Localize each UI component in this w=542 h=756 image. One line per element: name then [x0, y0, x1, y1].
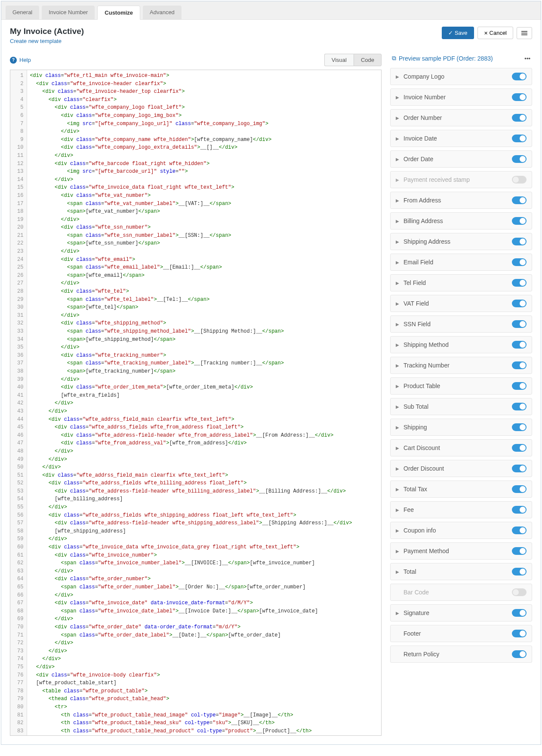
- toggle-switch[interactable]: [512, 403, 527, 410]
- toggle-switch[interactable]: [512, 526, 527, 534]
- visual-tab[interactable]: Visual: [324, 54, 354, 66]
- chevron-right-icon: ▶: [396, 178, 399, 182]
- panel-from-address[interactable]: ▶From Address: [390, 192, 532, 209]
- panel-order-discount[interactable]: ▶Order Discount: [390, 460, 532, 477]
- toggle-switch[interactable]: [512, 465, 527, 472]
- panel-label: Return Policy: [403, 651, 508, 658]
- chevron-right-icon: ▶: [396, 611, 399, 615]
- check-icon: [448, 30, 453, 36]
- panel-shipping-address[interactable]: ▶Shipping Address: [390, 233, 532, 250]
- toggle-switch[interactable]: [512, 196, 527, 204]
- toggle-switch[interactable]: [512, 444, 527, 452]
- chevron-right-icon: ▶: [396, 384, 399, 389]
- toggle-switch[interactable]: [512, 176, 527, 184]
- hamburger-icon: [521, 30, 527, 36]
- preview-pdf-link[interactable]: ⧉ Preview sample PDF (Order: 2883): [392, 55, 493, 62]
- toggle-switch[interactable]: [512, 547, 527, 555]
- panel-billing-address[interactable]: ▶Billing Address: [390, 212, 532, 230]
- chevron-right-icon: ▶: [396, 219, 399, 223]
- code-tab[interactable]: Code: [354, 54, 382, 66]
- tab-invoice-number[interactable]: Invoice Number: [42, 6, 95, 19]
- menu-button[interactable]: [517, 27, 532, 39]
- panel-shipping[interactable]: ▶Shipping: [390, 419, 532, 436]
- header: My Invoice (Active) Create new template …: [1, 20, 541, 52]
- panel-label: VAT Field: [403, 300, 508, 307]
- panel-company-logo[interactable]: ▶Company Logo: [390, 68, 532, 85]
- panel-shipping-method[interactable]: ▶Shipping Method: [390, 336, 532, 353]
- cancel-button[interactable]: Cancel: [477, 27, 513, 39]
- toggle-switch[interactable]: [512, 238, 527, 245]
- panel-label: Total Tax: [403, 486, 508, 493]
- toggle-switch[interactable]: [512, 135, 527, 142]
- toggle-switch[interactable]: [512, 382, 527, 390]
- panel-fee[interactable]: ▶Fee: [390, 501, 532, 518]
- toggle-switch[interactable]: [512, 217, 527, 225]
- panel-order-number[interactable]: ▶Order Number: [390, 109, 532, 126]
- chevron-right-icon: ▶: [396, 74, 399, 79]
- chevron-right-icon: ▶: [396, 281, 399, 285]
- tab-customize[interactable]: Customize: [97, 6, 140, 20]
- panel-invoice-date[interactable]: ▶Invoice Date: [390, 130, 532, 147]
- panel-sub-total[interactable]: ▶Sub Total: [390, 398, 532, 415]
- chevron-right-icon: ▶: [396, 95, 399, 100]
- panel-total-tax[interactable]: ▶Total Tax: [390, 481, 532, 498]
- panel-coupon-info[interactable]: ▶Coupon info: [390, 522, 532, 539]
- panel-return-policy[interactable]: ▶Return Policy: [390, 646, 532, 663]
- panel-tel-field[interactable]: ▶Tel Field: [390, 274, 532, 291]
- chevron-right-icon: ▶: [396, 343, 399, 347]
- panel-product-table[interactable]: ▶Product Table: [390, 377, 532, 395]
- toggle-switch[interactable]: [512, 341, 527, 349]
- panel-ssn-field[interactable]: ▶SSN Field: [390, 315, 532, 333]
- chevron-right-icon: ▶: [396, 301, 399, 306]
- panel-order-date[interactable]: ▶Order Date: [390, 150, 532, 168]
- panel-label: Tel Field: [403, 279, 508, 286]
- panel-label: Total: [403, 568, 508, 575]
- panel-cart-discount[interactable]: ▶Cart Discount: [390, 439, 532, 456]
- panel-label: Shipping Method: [403, 341, 508, 348]
- toggle-switch[interactable]: [512, 361, 527, 369]
- toggle-switch[interactable]: [512, 114, 527, 122]
- panel-payment-method[interactable]: ▶Payment Method: [390, 542, 532, 560]
- toggle-switch[interactable]: [512, 155, 527, 163]
- toggle-switch[interactable]: [512, 258, 527, 266]
- panel-email-field[interactable]: ▶Email Field: [390, 254, 532, 271]
- chevron-right-icon: ▶: [396, 549, 399, 554]
- code-editor[interactable]: 1234567891011121314151617181920212223242…: [10, 70, 382, 736]
- panel-bar-code[interactable]: ▶Bar Code: [390, 584, 532, 601]
- toggle-switch[interactable]: [512, 320, 527, 328]
- panel-label: Invoice Number: [403, 94, 508, 101]
- tab-advanced[interactable]: Advanced: [143, 6, 182, 19]
- toggle-switch[interactable]: [512, 588, 527, 596]
- save-button[interactable]: Save: [442, 27, 474, 39]
- help-icon: ?: [10, 57, 17, 64]
- toggle-switch[interactable]: [512, 630, 527, 637]
- panel-invoice-number[interactable]: ▶Invoice Number: [390, 89, 532, 106]
- toggle-switch[interactable]: [512, 93, 527, 101]
- panel-signature[interactable]: ▶Signature: [390, 604, 532, 621]
- toggle-switch[interactable]: [512, 506, 527, 514]
- panel-label: Cart Discount: [403, 444, 508, 451]
- toggle-switch[interactable]: [512, 609, 527, 617]
- toggle-switch[interactable]: [512, 73, 527, 80]
- more-options[interactable]: •••: [524, 55, 530, 61]
- tab-general[interactable]: General: [6, 6, 39, 19]
- panel-label: From Address: [403, 197, 508, 204]
- help-link[interactable]: ? Help: [10, 57, 31, 64]
- toggle-switch[interactable]: [512, 650, 527, 658]
- toggle-switch[interactable]: [512, 568, 527, 575]
- create-template-link[interactable]: Create new template: [10, 38, 62, 44]
- panel-payment-received-stamp[interactable]: ▶Payment received stamp: [390, 171, 532, 188]
- panel-label: Invoice Date: [403, 135, 508, 142]
- chevron-right-icon: ▶: [396, 487, 399, 492]
- toggle-switch[interactable]: [512, 300, 527, 307]
- chevron-right-icon: ▶: [396, 466, 399, 471]
- main-tabs: GeneralInvoice NumberCustomizeAdvanced: [1, 1, 541, 20]
- toggle-switch[interactable]: [512, 423, 527, 431]
- toggle-switch[interactable]: [512, 279, 527, 287]
- panel-label: SSN Field: [403, 321, 508, 327]
- panel-footer[interactable]: ▶Footer: [390, 625, 532, 642]
- toggle-switch[interactable]: [512, 485, 527, 493]
- panel-tracking-number[interactable]: ▶Tracking Number: [390, 357, 532, 374]
- panel-vat-field[interactable]: ▶VAT Field: [390, 295, 532, 312]
- panel-total[interactable]: ▶Total: [390, 563, 532, 580]
